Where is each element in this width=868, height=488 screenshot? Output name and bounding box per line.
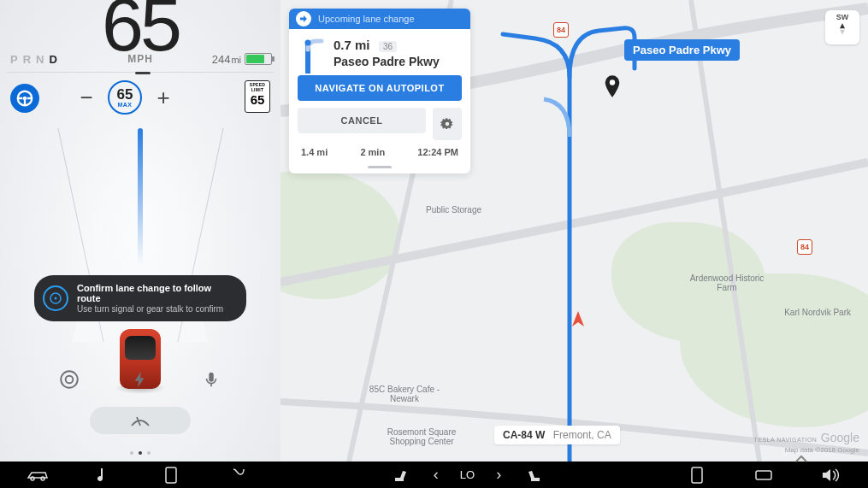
banner-text: Upcoming lane change — [318, 14, 415, 24]
svg-point-1 — [23, 97, 27, 101]
planned-path — [138, 128, 143, 265]
charging-button[interactable] — [125, 364, 156, 395]
google-logo: Google — [821, 431, 859, 444]
maneuver-distance: 0.7 mi — [334, 38, 370, 52]
destination-label[interactable]: Paseo Padre Pkwy — [624, 39, 740, 61]
highway-shield: 84 — [553, 22, 569, 38]
tesla-nav-label: TESLA NAVIGATION — [754, 437, 818, 443]
svg-point-3 — [55, 297, 57, 300]
climate-controls: ‹ LO › — [388, 467, 546, 484]
wiper-button[interactable] — [90, 407, 191, 434]
voice-button[interactable] — [196, 364, 227, 395]
card-drag-handle[interactable] — [368, 166, 392, 168]
page-dot — [147, 451, 151, 455]
speed-plus-button[interactable]: + — [154, 85, 173, 111]
gear-icon — [440, 116, 455, 132]
bottom-app-bar: ‹ LO › — [0, 462, 868, 488]
set-speed-display[interactable]: 65 MAX — [108, 80, 142, 115]
nav-card-maneuver: 0.7 mi 36 Paseo Padre Pkwy — [289, 29, 470, 75]
navigation-card: Upcoming lane change 0.7 mi 36 Paseo Pad… — [289, 9, 470, 173]
current-road-bar: CA-84 W Fremont, CA — [494, 426, 620, 444]
wiper-icon — [129, 412, 151, 429]
page-dot — [130, 451, 133, 455]
svg-rect-13 — [756, 471, 771, 479]
temp-up-button[interactable]: › — [487, 467, 511, 484]
range-unit: mi — [231, 55, 241, 65]
trip-time: 2 min — [360, 147, 385, 157]
map-view[interactable]: 84 84 Paseo Padre Pkwy Public Storage Ka… — [280, 0, 868, 462]
temp-setpoint[interactable]: LO — [460, 468, 475, 481]
chevron-up-icon — [794, 455, 808, 463]
autopilot-badge[interactable] — [10, 84, 39, 113]
toast-title: Confirm lane change to follow route — [77, 283, 234, 303]
svg-point-10 — [41, 477, 44, 480]
tire-pressure-button[interactable] — [54, 364, 85, 395]
expand-bar-button[interactable] — [794, 451, 808, 467]
car-controls-button[interactable] — [26, 467, 50, 484]
svg-point-9 — [31, 477, 34, 480]
poi-label: 85C Bakery Cafe - Newark — [366, 385, 443, 403]
rear-camera-button[interactable] — [685, 467, 709, 484]
trip-eta: 12:24 PM — [417, 147, 458, 157]
svg-rect-6 — [209, 373, 214, 382]
poi-label: Karl Nordvik Park — [782, 308, 851, 317]
destination-pin-icon — [603, 75, 622, 103]
exit-right-icon — [299, 38, 325, 73]
speed-limit-sign: SPEED LIMIT 65 — [245, 80, 270, 113]
trip-summary: 1.4 mi 2 min 12:24 PM — [289, 147, 470, 166]
seat-heater-left-button[interactable] — [388, 467, 412, 484]
current-position-icon — [568, 309, 588, 333]
nav-settings-button[interactable] — [433, 108, 462, 140]
svg-point-7 — [610, 79, 615, 85]
set-speed-controls: − 65 MAX + — [77, 80, 173, 115]
compass-button[interactable]: SW — [825, 10, 859, 44]
range-readout: 244mi — [212, 53, 241, 66]
svg-rect-12 — [692, 467, 702, 483]
music-button[interactable] — [92, 467, 116, 484]
svg-point-8 — [305, 40, 311, 46]
steering-wheel-icon — [43, 285, 68, 311]
arrow-circle-icon — [296, 11, 311, 26]
svg-point-5 — [66, 376, 74, 384]
svg-point-4 — [62, 371, 79, 388]
cancel-nav-button[interactable]: CANCEL — [298, 108, 426, 133]
panel-tab-indicator — [135, 72, 151, 74]
quick-controls-row — [0, 364, 280, 395]
nav-card-banner: Upcoming lane change — [289, 9, 470, 29]
city-text: Fremont, CA — [553, 429, 611, 441]
compass-icon — [835, 21, 850, 37]
seat-heater-right-button[interactable] — [523, 467, 546, 484]
navigate-on-autopilot-button[interactable]: NAVIGATE ON AUTOPILOT — [298, 75, 462, 101]
volume-button[interactable] — [818, 467, 842, 484]
phone-button[interactable] — [159, 467, 183, 484]
exit-number-badge: 36 — [379, 41, 397, 52]
energy-button[interactable] — [752, 467, 776, 484]
toast-subtitle: Use turn signal or gear stalk to confirm — [77, 304, 234, 314]
set-speed-value: 65 — [117, 87, 133, 102]
page-dot-active — [139, 451, 142, 455]
highway-shield: 84 — [797, 239, 812, 255]
compass-direction: SW — [825, 10, 859, 21]
range-value: 244 — [212, 53, 231, 66]
poi-label: Rosemont Square Shopping Center — [375, 427, 469, 446]
maneuver-road: Paseo Padre Pkwy — [334, 55, 460, 68]
poi-label: Public Storage — [426, 205, 481, 215]
set-speed-max-tag: MAX — [117, 102, 132, 108]
calendar-button[interactable] — [226, 467, 250, 484]
page-dots[interactable] — [130, 451, 151, 455]
battery-icon — [245, 53, 272, 65]
svg-rect-11 — [166, 467, 176, 483]
speed-limit-label: SPEED LIMIT — [245, 81, 269, 92]
driving-panel: 65 PRND MPH 244mi − 65 MAX + SPEED LIMIT… — [0, 0, 280, 462]
highway-text: CA-84 W — [503, 429, 545, 441]
touchscreen: 65 PRND MPH 244mi − 65 MAX + SPEED LIMIT… — [0, 0, 868, 462]
speed-limit-value: 65 — [245, 92, 269, 107]
temp-down-button[interactable]: ‹ — [424, 467, 448, 484]
lane-change-toast: Confirm lane change to follow route Use … — [34, 275, 246, 321]
trip-distance: 1.4 mi — [301, 147, 328, 157]
poi-label: Ardenwood Historic Farm — [688, 273, 765, 292]
steering-wheel-icon — [15, 89, 34, 108]
speed-minus-button[interactable]: − — [77, 85, 96, 111]
